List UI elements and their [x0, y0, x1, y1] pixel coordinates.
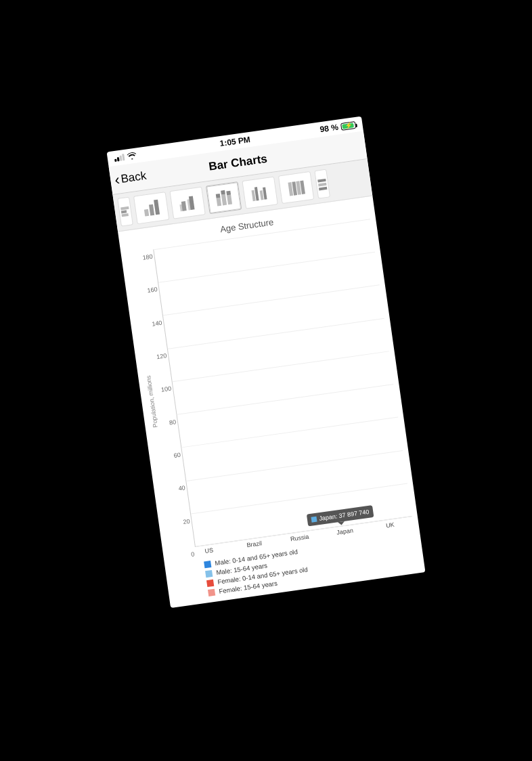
y-tick: 20	[183, 517, 190, 525]
y-tick: 100	[161, 385, 172, 393]
tooltip-swatch-icon	[311, 517, 317, 523]
svg-rect-14	[227, 195, 232, 205]
svg-rect-26	[319, 187, 327, 191]
y-tick: 180	[142, 253, 153, 261]
tab-bar-striped[interactable]	[278, 171, 314, 204]
battery-percent: 98 %	[319, 123, 339, 135]
back-label: Back	[120, 169, 147, 186]
tooltip-text: Japan: 37 897 740	[319, 508, 370, 522]
tab-bar-stacked[interactable]	[206, 181, 242, 214]
svg-rect-15	[226, 191, 231, 196]
legend-swatch-icon	[205, 569, 213, 577]
svg-rect-4	[149, 204, 154, 216]
tab-bar-grouped[interactable]	[242, 176, 278, 209]
legend-swatch-icon	[208, 588, 215, 596]
chart-plot[interactable]: Population, millions 0204060801001201401…	[127, 219, 412, 550]
tab-bar-basic[interactable]	[133, 192, 169, 224]
chart-grid: Japan: 37 897 740	[153, 219, 412, 547]
legend-swatch-icon	[206, 579, 214, 586]
svg-rect-18	[260, 190, 264, 200]
status-time: 1:05 PM	[219, 135, 251, 148]
svg-rect-25	[318, 183, 326, 187]
y-tick: 140	[152, 319, 162, 327]
svg-rect-13	[221, 190, 225, 195]
svg-rect-5	[154, 200, 160, 215]
y-tick: 80	[169, 418, 176, 426]
nav-title: Bar Charts	[208, 152, 268, 173]
tab-partial-left[interactable]	[117, 197, 133, 227]
y-tick: 160	[147, 286, 158, 294]
svg-rect-11	[216, 194, 221, 198]
tab-bar-overlap[interactable]	[169, 186, 205, 219]
y-tick: 60	[173, 452, 181, 459]
svg-rect-3	[144, 209, 149, 217]
svg-rect-16	[252, 190, 256, 201]
tab-partial-right[interactable]	[314, 169, 330, 199]
svg-rect-0	[120, 206, 129, 211]
y-tick: 40	[178, 485, 185, 492]
phone-screen: 1:05 PM 98 % ⚡ ‹ Back Bar Charts	[107, 116, 426, 608]
y-tick: 120	[156, 352, 167, 360]
svg-rect-10	[217, 198, 222, 206]
svg-rect-2	[122, 213, 129, 217]
cell-signal-icon	[114, 154, 125, 162]
back-button[interactable]: ‹ Back	[110, 168, 148, 188]
svg-rect-12	[221, 194, 227, 206]
battery-icon: ⚡	[340, 121, 356, 131]
svg-rect-24	[317, 179, 326, 183]
svg-rect-1	[121, 210, 127, 213]
legend-swatch-icon	[204, 561, 211, 568]
wifi-icon	[127, 150, 137, 162]
